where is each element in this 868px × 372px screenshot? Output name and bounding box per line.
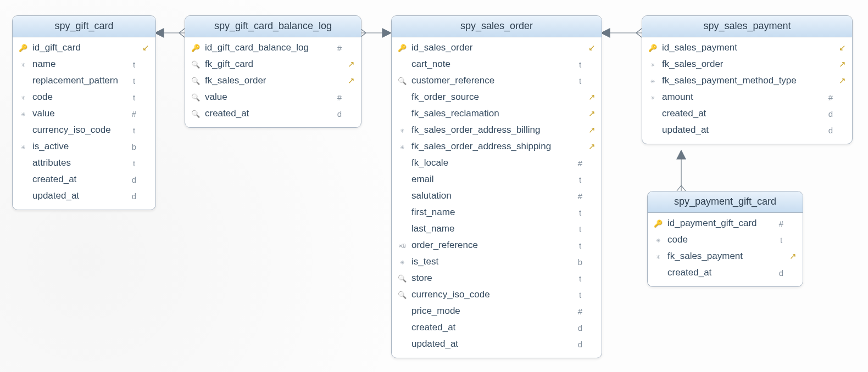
column-row[interactable]: salutation# <box>397 188 596 204</box>
column-name: created_at <box>411 322 576 333</box>
column-name: fk_sales_payment <box>667 251 777 262</box>
not-null-icon <box>648 59 658 69</box>
column-name: code <box>32 92 130 103</box>
column-row[interactable]: is_activeb <box>18 138 150 155</box>
column-row[interactable]: fk_sales_payment <box>653 248 797 264</box>
column-type: d <box>336 109 343 119</box>
column-type: d <box>827 109 834 119</box>
column-type: b <box>130 142 138 151</box>
entity-title[interactable]: spy_payment_gift_card <box>648 191 803 213</box>
blank-icon <box>18 76 28 86</box>
svg-marker-3 <box>155 29 164 37</box>
column-row[interactable]: currency_iso_codet <box>397 286 596 303</box>
rel-salespayment-salesorder <box>601 29 642 37</box>
column-row[interactable]: currency_iso_codet <box>18 122 150 138</box>
index-icon <box>397 290 407 300</box>
entity-spy_gift_card_balance_log[interactable]: spy_gift_card_balance_logid_gift_card_ba… <box>185 15 361 128</box>
column-name: order_reference <box>411 240 576 251</box>
column-row[interactable]: order_referencet <box>397 237 596 253</box>
column-row[interactable]: cart_notet <box>397 56 596 72</box>
column-name: code <box>667 234 777 245</box>
column-row[interactable]: codet <box>653 232 797 248</box>
column-name: email <box>411 174 576 185</box>
column-row[interactable]: customer_referencet <box>397 72 596 89</box>
entity-spy_sales_order[interactable]: spy_sales_orderid_sales_ordercart_notetc… <box>391 15 602 358</box>
column-row[interactable]: fk_order_source <box>397 89 596 105</box>
column-row[interactable]: amount# <box>648 89 847 105</box>
column-row[interactable]: fk_sales_order_address_billing <box>397 122 596 138</box>
blank-icon <box>397 306 407 316</box>
column-type: d <box>777 268 785 278</box>
column-row[interactable]: emailt <box>397 171 596 188</box>
column-row[interactable]: price_mode# <box>397 303 596 319</box>
column-type: d <box>576 323 584 332</box>
primary-key-icon <box>653 218 663 228</box>
column-type: d <box>576 340 584 349</box>
column-row[interactable]: fk_sales_order_address_shipping <box>397 138 596 155</box>
column-row[interactable]: created_atd <box>18 171 150 188</box>
column-row[interactable]: created_atd <box>191 105 355 122</box>
column-row[interactable]: fk_sales_order <box>648 56 847 72</box>
index-icon <box>191 109 201 119</box>
fk-arrow-icon <box>587 125 596 135</box>
column-row[interactable]: created_atd <box>648 105 847 122</box>
column-row[interactable]: created_atd <box>653 264 797 281</box>
column-row[interactable]: replacement_patternt <box>18 72 150 89</box>
svg-line-10 <box>636 33 642 37</box>
column-name: cart_note <box>411 59 576 70</box>
column-name: name <box>32 59 130 70</box>
column-row[interactable]: id_sales_payment <box>648 40 847 56</box>
column-name: fk_sales_payment_method_type <box>662 75 827 86</box>
column-type: # <box>777 219 785 228</box>
column-row[interactable]: id_gift_card_balance_log# <box>191 40 355 56</box>
entity-title[interactable]: spy_gift_card <box>13 16 155 37</box>
column-type: t <box>130 93 138 102</box>
column-name: updated_at <box>32 190 130 201</box>
column-row[interactable]: fk_sales_payment_method_type <box>648 72 847 89</box>
column-type: t <box>576 60 584 69</box>
column-row[interactable]: updated_atd <box>18 188 150 204</box>
column-name: customer_reference <box>411 75 576 86</box>
column-row[interactable]: updated_atd <box>397 336 596 352</box>
entity-title[interactable]: spy_sales_order <box>392 16 602 37</box>
column-name: fk_sales_order_address_shipping <box>411 141 576 152</box>
column-name: is_active <box>32 141 130 152</box>
column-type: # <box>336 93 343 102</box>
column-name: replacement_pattern <box>32 75 130 86</box>
column-row[interactable]: fk_locale# <box>397 155 596 171</box>
column-row[interactable]: updated_atd <box>648 122 847 138</box>
column-row[interactable]: id_payment_gift_card# <box>653 215 797 232</box>
entity-spy_sales_payment[interactable]: spy_sales_paymentid_sales_paymentfk_sale… <box>642 15 853 144</box>
fk-arrow-icon <box>838 59 847 69</box>
column-name: currency_iso_code <box>32 125 130 136</box>
entity-title[interactable]: spy_sales_payment <box>642 16 852 37</box>
column-row[interactable]: id_gift_card <box>18 40 150 56</box>
column-name: attributes <box>32 157 130 168</box>
column-row[interactable]: first_namet <box>397 204 596 221</box>
column-row[interactable]: namet <box>18 56 150 72</box>
column-row[interactable]: storet <box>397 270 596 286</box>
pk-arrow-icon <box>838 43 847 53</box>
entity-spy_payment_gift_card[interactable]: spy_payment_gift_cardid_payment_gift_car… <box>647 191 803 287</box>
column-row[interactable]: value# <box>191 89 355 105</box>
column-type: t <box>130 126 138 135</box>
column-type: # <box>130 109 138 119</box>
column-row[interactable]: attributest <box>18 155 150 171</box>
blank-icon <box>18 174 28 184</box>
column-row[interactable]: value# <box>18 105 150 122</box>
column-name: id_payment_gift_card <box>667 218 777 229</box>
column-row[interactable]: is_testb <box>397 253 596 270</box>
index-icon <box>191 76 201 86</box>
column-name: created_at <box>205 108 336 119</box>
column-row[interactable]: id_sales_order <box>397 40 596 56</box>
not-null-icon <box>653 235 663 245</box>
column-row[interactable]: last_namet <box>397 221 596 237</box>
entity-spy_gift_card[interactable]: spy_gift_cardid_gift_cardnametreplacemen… <box>12 15 156 210</box>
entity-title[interactable]: spy_gift_card_balance_log <box>185 16 361 37</box>
blank-icon <box>397 92 407 102</box>
column-row[interactable]: fk_gift_card <box>191 56 355 72</box>
column-row[interactable]: codet <box>18 89 150 105</box>
column-row[interactable]: fk_sales_order <box>191 72 355 89</box>
column-row[interactable]: created_atd <box>397 319 596 336</box>
column-row[interactable]: fk_sales_reclamation <box>397 105 596 122</box>
